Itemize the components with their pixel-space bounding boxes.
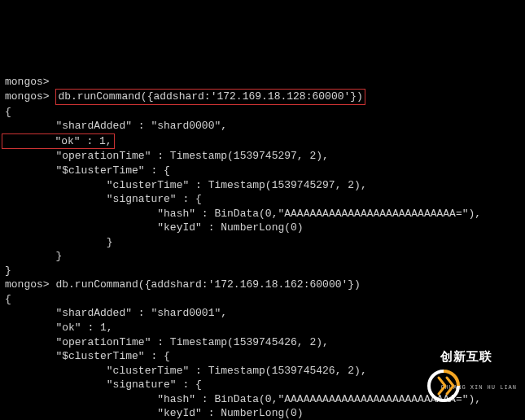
signature-hash: BinData(0,"AAAAAAAAAAAAAAAAAAAAAAAAAAA="… (214, 208, 475, 220)
shard-added-value: shard0001 (157, 307, 214, 319)
logo-mark-icon (400, 353, 435, 389)
ok-value: 1 (100, 322, 107, 334)
prompt: mongos> (5, 278, 50, 291)
ok-value: 1 (99, 135, 106, 147)
command-input[interactable]: db.runCommand({addshard:'172.169.18.162:… (55, 278, 360, 291)
operation-time: Timestamp(1539745426, 2) (170, 336, 322, 348)
watermark-logo: 创新互联 CHUANG XIN HU LIAN (400, 330, 517, 412)
ok-highlight: "ok" : 1, (2, 133, 115, 150)
prompt: mongos> (5, 90, 50, 103)
command-input[interactable]: db.runCommand({addshard:'172.169.18.128:… (55, 89, 365, 105)
operation-time: Timestamp(1539745297, 2) (170, 150, 322, 162)
cluster-time: Timestamp(1539745297, 2) (208, 179, 361, 191)
logo-name: 创新互联 (440, 352, 517, 364)
cluster-time: Timestamp(1539745426, 2) (208, 365, 361, 377)
signature-keyid: NumberLong(0) (221, 407, 303, 419)
shard-added-value: shard0000 (157, 120, 214, 132)
prompt: mongos> (5, 76, 50, 88)
signature-keyid: NumberLong(0) (221, 221, 303, 234)
